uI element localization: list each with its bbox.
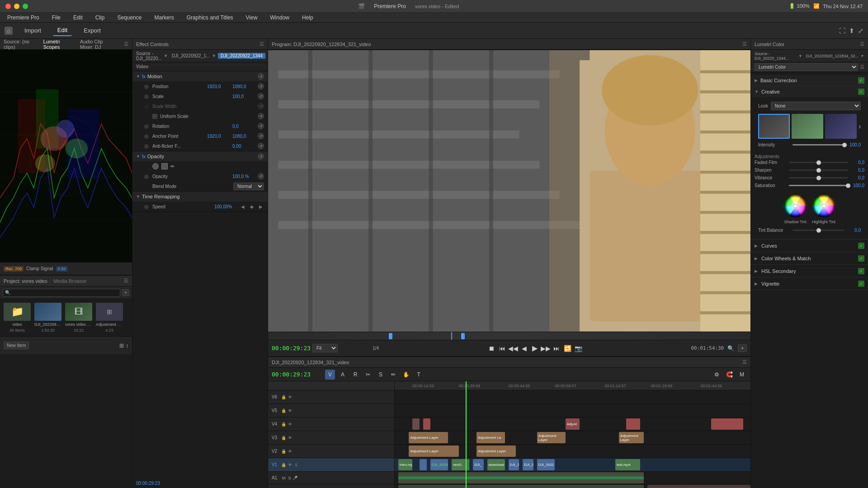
rp-vignette-section[interactable]: ▶ Vignette <box>751 277 868 290</box>
track-v4-eye[interactable]: 👁 <box>287 422 292 427</box>
ec-source-dropdown[interactable]: ▼ <box>164 53 168 58</box>
rp-creative-header[interactable]: ▼ Creative <box>751 86 868 97</box>
ec-anchor-x[interactable]: 1920,0 <box>207 134 230 139</box>
tl-clip[interactable]: Adjust <box>566 418 580 430</box>
ec-opacity-value[interactable]: 100,0 % <box>232 174 255 179</box>
tl-clip-v3-1[interactable]: Adjustment Layer <box>409 432 448 443</box>
ec-reset-anchor[interactable]: ↺ <box>258 133 264 139</box>
tl-selection-tool[interactable]: V <box>325 370 335 380</box>
rp-tint-balance-slider[interactable] <box>793 230 844 231</box>
track-v1-lock[interactable]: 🔒 <box>281 462 286 468</box>
ec-speed-next[interactable]: ▶ <box>258 203 264 210</box>
ec-reset-motion[interactable]: ↺ <box>258 73 264 80</box>
tab-audio-clip-mixer[interactable]: Audio Clip Mixer: DJ <box>76 38 121 51</box>
list-item[interactable]: 🎞 vores video Lin... 19:22 <box>65 303 92 333</box>
sort-icon[interactable]: ↕ <box>126 343 128 349</box>
ec-blend-rect-icon[interactable] <box>161 163 168 169</box>
ec-position-keyframe[interactable]: ◎ <box>143 83 150 89</box>
pm-step-back-btn[interactable]: ⏮ <box>497 343 507 353</box>
pm-in-point[interactable] <box>389 333 392 339</box>
timeline-timecode[interactable]: 00:00:29:23 <box>272 371 311 378</box>
share-icon[interactable]: ⬆ <box>849 27 854 34</box>
track-v1-sync[interactable]: S <box>293 462 299 468</box>
close-button[interactable] <box>5 4 11 9</box>
ec-reset-position[interactable]: ↺ <box>258 83 264 89</box>
ec-blend-circle-icon[interactable] <box>152 163 159 169</box>
tl-clip-intro[interactable]: Intro.mp <box>398 459 412 470</box>
tl-clip-dji6[interactable]: DJI_2022 <box>537 459 555 470</box>
track-v6-eye[interactable]: 👁 <box>287 394 292 400</box>
pm-stop-btn[interactable]: ⏹ <box>486 343 496 353</box>
ec-reset-uniform[interactable]: ↺ <box>258 113 264 119</box>
ec-reset-scale[interactable]: ↺ <box>258 93 264 99</box>
tl-razor-tool[interactable]: ✂ <box>363 370 373 380</box>
track-a1-mic[interactable]: 🎤 <box>292 475 298 481</box>
track-v3-eye[interactable]: 👁 <box>287 435 292 441</box>
menu-clip[interactable]: Clip <box>93 14 108 22</box>
ec-speed-value[interactable]: 100,00% <box>214 204 237 209</box>
view-toggle-icon[interactable]: ⊞ <box>119 343 124 349</box>
menu-view[interactable]: View <box>243 14 260 22</box>
fullscreen-icon[interactable]: ⛶ <box>839 27 845 34</box>
rp-clip-dropdown[interactable]: ▼ <box>860 54 864 58</box>
rp-hsl-secondary-section[interactable]: ▶ HSL Secondary <box>751 265 868 277</box>
pm-next-edit-btn[interactable]: ▶▶ <box>541 343 551 353</box>
tl-ripple-tool[interactable]: R <box>350 370 360 380</box>
tl-slip-tool[interactable]: S <box>376 370 386 380</box>
timeline-menu-icon[interactable]: ☰ <box>742 359 747 365</box>
pm-menu-icon[interactable]: ☰ <box>742 41 747 47</box>
ec-clip-label[interactable]: DJI_20220922_1344 <box>218 53 265 59</box>
nav-import[interactable]: Import <box>20 25 46 36</box>
track-v3-lock[interactable]: 🔒 <box>281 435 286 441</box>
rp-saturation-slider[interactable] <box>789 185 848 186</box>
fullscreen-button[interactable] <box>23 4 28 9</box>
menu-graphics-titles[interactable]: Graphics and Titles <box>184 14 236 22</box>
tl-snap-btn[interactable]: 🧲 <box>724 370 734 380</box>
ec-reset-anti-flicker[interactable]: ↺ <box>258 143 264 149</box>
new-item-button[interactable]: New Item <box>4 342 29 349</box>
ec-speed-prev[interactable]: ◀ <box>240 203 246 210</box>
rp-menu-icon[interactable]: ☰ <box>860 41 864 47</box>
tl-clip-v3-2[interactable]: Adjustment La <box>476 432 505 443</box>
rp-thumb-1[interactable] <box>758 114 790 139</box>
ec-time-remapping-header[interactable]: ▼ Time Remapping <box>132 192 268 202</box>
menu-file[interactable]: File <box>49 14 63 22</box>
ec-anchor-y[interactable]: 1080,0 <box>232 134 255 139</box>
rp-vignette-checkbox[interactable] <box>858 281 864 287</box>
rp-color-wheels-match-section[interactable]: ▶ Color Wheels & Match <box>751 252 868 265</box>
ec-rotation-keyframe[interactable]: ◎ <box>143 123 150 129</box>
ec-scale-value[interactable]: 100,0 <box>232 94 255 99</box>
tl-clip-v3-3[interactable]: Adjustment Layer <box>537 432 566 443</box>
pm-fit-selector[interactable]: Fit 25% 50% 100% <box>312 344 338 352</box>
ec-reset-opacity[interactable]: ↺ <box>258 153 264 160</box>
rp-shadow-tint-wheel[interactable] <box>783 193 808 218</box>
tl-clip-download[interactable]: download <box>487 459 505 470</box>
tl-clip[interactable] <box>711 418 743 430</box>
tl-clip-v2-1[interactable]: Adjustment Layer <box>409 446 458 457</box>
new-bin-button[interactable]: + <box>122 289 129 296</box>
pm-out-point[interactable] <box>461 333 465 339</box>
ec-blend-pen-icon[interactable]: ✏ <box>170 164 175 169</box>
pm-scrub-area[interactable] <box>268 332 750 340</box>
rp-look-dropdown[interactable]: None <box>771 102 861 110</box>
panel-menu-icon[interactable]: ☰ <box>124 41 128 47</box>
nav-edit[interactable]: Edit <box>53 25 72 36</box>
ec-rotation-value[interactable]: 0,0 <box>232 124 255 129</box>
tl-hand-tool[interactable]: ✋ <box>401 370 411 380</box>
tl-filter-btn[interactable]: ⚙ <box>712 370 722 380</box>
track-v5-eye[interactable]: 👁 <box>287 408 292 413</box>
tl-add-marker-btn[interactable]: M <box>737 370 747 380</box>
tl-clip[interactable] <box>626 418 640 430</box>
menu-markers[interactable]: Markers <box>151 14 176 22</box>
ec-speed-keyframe[interactable]: ◎ <box>143 203 150 210</box>
pm-zoom-icon[interactable]: 🔍 <box>727 345 734 352</box>
menu-premiere-pro[interactable]: Premiere Pro <box>5 14 42 22</box>
pm-camera-btn[interactable]: 📷 <box>573 343 583 353</box>
ec-blend-mode-select[interactable]: Normal Dissolve Multiply <box>233 183 264 190</box>
tl-clip-dji4[interactable]: DJI_2 <box>509 459 519 470</box>
rp-thumb-3[interactable] <box>825 114 857 139</box>
ec-speed-add-kf[interactable]: ◆ <box>249 203 255 210</box>
menu-window[interactable]: Window <box>267 14 292 22</box>
pm-play-btn[interactable]: ▶ <box>530 343 540 353</box>
rp-source-dropdown[interactable]: ▼ <box>798 54 802 58</box>
